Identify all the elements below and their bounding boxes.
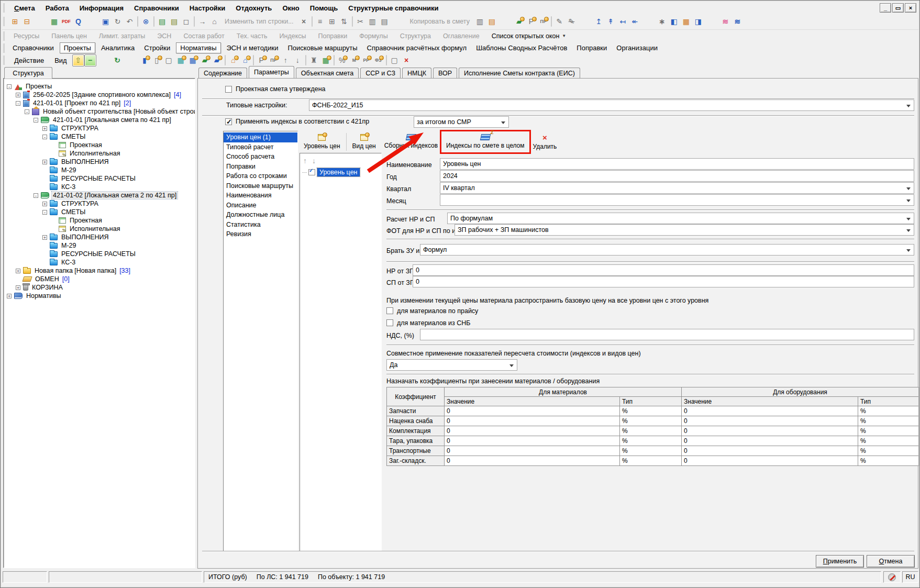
undo-icon[interactable]: ↶ xyxy=(124,16,136,28)
tree-item[interactable]: РЕСУРСНЫЕ РАСЧЕТЫ xyxy=(4,250,195,258)
tree-item[interactable]: Проектная xyxy=(4,216,195,225)
tree-expander[interactable]: - xyxy=(25,109,29,114)
nds-field[interactable] xyxy=(420,329,914,340)
tree-item[interactable]: + КОРЗИНА xyxy=(4,283,195,292)
cut-icon[interactable]: ✂ xyxy=(354,16,367,28)
tree-item[interactable]: + 256-02-2025 [Здание спортивного компле… xyxy=(4,91,195,99)
close-button[interactable]: × xyxy=(905,3,916,13)
tab-soderzhanie[interactable]: Содержание xyxy=(198,68,247,78)
tab-vor[interactable]: ВОР xyxy=(433,68,457,78)
nr-zpm-field[interactable]: 0 xyxy=(413,264,914,276)
menu-item[interactable]: Структурные справочники xyxy=(343,3,444,13)
category-price-levels[interactable]: Уровни цен (1) xyxy=(224,132,297,142)
m29-icon[interactable]: М xyxy=(348,54,360,66)
tree-item[interactable]: - Новый объект строительства [Новый объе… xyxy=(4,107,195,116)
copy-doc-icon[interactable]: ▥ xyxy=(474,16,486,28)
book-green-icon[interactable]: ▰ xyxy=(199,54,211,66)
rr-icon[interactable]: РР xyxy=(360,54,372,66)
tree-expander[interactable]: + xyxy=(16,269,20,273)
database-icon[interactable]: ≡ xyxy=(314,16,326,28)
materials-type-cell[interactable]: % xyxy=(620,456,682,466)
delete-button[interactable]: × Удалить xyxy=(529,132,561,152)
approved-checkbox[interactable] xyxy=(225,86,232,93)
category-officials[interactable]: Должностные лица xyxy=(224,210,297,220)
copy-stroyka-icon[interactable]: ▯ xyxy=(151,54,163,66)
cancel-button[interactable]: Отмена xyxy=(867,555,915,568)
tree-item[interactable]: КС-3 xyxy=(4,183,195,191)
indent-first-icon[interactable]: ↥ xyxy=(593,16,605,28)
language-indicator[interactable]: RU xyxy=(902,571,918,583)
category-revision[interactable]: Ревизия xyxy=(224,229,297,239)
tree-expander[interactable]: + xyxy=(42,235,47,240)
materials-value-cell[interactable]: 0 xyxy=(445,406,620,416)
tab-nmck[interactable]: НМЦК xyxy=(402,68,431,78)
category-corrections[interactable]: Поправки xyxy=(224,162,297,172)
unlock-icon[interactable]: ⊗ xyxy=(140,16,152,28)
menu-action[interactable]: Действие xyxy=(9,54,49,66)
equipment-value-cell[interactable]: 0 xyxy=(682,446,858,456)
tree-item[interactable]: - 421-01-01 [Локальная смета по 421 пр] xyxy=(4,116,195,124)
house-copy-icon[interactable]: ⌂ xyxy=(239,54,251,66)
equipment-type-cell[interactable]: % xyxy=(858,446,919,456)
sp-zpm-field[interactable]: 0 xyxy=(413,276,914,287)
tree-expander[interactable]: - xyxy=(42,210,47,215)
joint-application-combo[interactable]: Да xyxy=(386,359,517,371)
tree-item[interactable]: Проектная xyxy=(4,141,195,149)
tree-expander[interactable]: - xyxy=(16,101,20,106)
tree-item[interactable]: РЕСУРСНЫЕ РАСЧЕТЫ xyxy=(4,174,195,183)
materials-value-cell[interactable]: 0 xyxy=(445,456,620,466)
move-down-icon[interactable]: ↓ xyxy=(292,54,304,66)
tab-parametry[interactable]: Параметры xyxy=(249,66,294,78)
materials-snb-checkbox[interactable] xyxy=(386,319,393,326)
fz-icon[interactable]: ФЗ xyxy=(372,54,384,66)
doc-gray-icon[interactable]: ▢ xyxy=(163,54,175,66)
doc-new-icon[interactable]: ▢ xyxy=(389,54,401,66)
equipment-value-cell[interactable]: 0 xyxy=(682,406,858,416)
table-settings-icon[interactable]: ▦ xyxy=(320,54,332,66)
safe-open-icon[interactable]: ▤ xyxy=(156,16,168,28)
menu-item[interactable]: Смета xyxy=(9,3,40,13)
copy-icon[interactable]: ▥ xyxy=(367,16,379,28)
tree-item[interactable]: + ВЫПОЛНЕНИЯ xyxy=(4,158,195,166)
save-icon[interactable]: ▣ xyxy=(99,16,112,28)
price-view-button[interactable]: Вид цен xyxy=(348,132,380,152)
tree-item[interactable]: Исполнительная xyxy=(4,149,195,158)
tree-item[interactable]: + Нормативы xyxy=(4,292,195,300)
tree-item[interactable]: КС-3 xyxy=(4,258,195,267)
menu-item[interactable]: Информация xyxy=(74,3,129,13)
tree-item[interactable]: - СМЕТЫ xyxy=(4,208,195,216)
move-level-up-icon[interactable]: ↑ xyxy=(303,157,307,165)
layers-blue-icon[interactable]: ≋ xyxy=(731,16,744,28)
move-level-down-icon[interactable]: ↓ xyxy=(312,157,316,165)
tab-eis[interactable]: Исполнение Сметы контракта (ЕИС) xyxy=(459,68,580,78)
materials-type-cell[interactable]: % xyxy=(620,446,682,456)
refresh-icon[interactable]: ↻ xyxy=(112,54,124,66)
structure-tree-icon[interactable]: ⊞ xyxy=(9,16,21,28)
apply-button[interactable]: Применить xyxy=(816,555,864,568)
safe-close-icon[interactable]: ▤ xyxy=(168,16,180,28)
tree-expander[interactable]: - xyxy=(42,135,47,139)
tree-expander[interactable]: + xyxy=(42,126,47,131)
price-level-item[interactable]: Уровень цен xyxy=(317,168,360,176)
add-estimate-icon[interactable]: ▦ xyxy=(175,54,187,66)
materials-value-cell[interactable]: 0 xyxy=(445,446,620,456)
equipment-type-cell[interactable]: % xyxy=(858,426,919,436)
tree-expander[interactable]: + xyxy=(42,160,47,164)
tree-item[interactable]: + СТРУКТУРА xyxy=(4,124,195,132)
percent-icon[interactable]: % xyxy=(336,54,348,66)
tree-item[interactable]: - 421-01-01 [Проект по 421 пр] [2] xyxy=(4,99,195,107)
tab-proekty[interactable]: Проекты xyxy=(60,42,95,53)
row-edit-icon[interactable]: ✎ xyxy=(553,16,566,28)
resources-icon[interactable]: ∗ xyxy=(656,16,668,28)
tree-item[interactable]: М-29 xyxy=(4,166,195,174)
equipment-value-cell[interactable]: 0 xyxy=(682,416,858,426)
tree-item[interactable]: + СТРУКТУРА xyxy=(4,199,195,208)
tab-esn-metodiki[interactable]: ЭСН и методики xyxy=(223,43,282,53)
price-level-button[interactable]: Уровень цен xyxy=(300,132,345,152)
tree-expander[interactable]: + xyxy=(16,93,20,97)
send-icon[interactable]: → xyxy=(196,16,208,28)
menu-item[interactable]: Работа xyxy=(40,3,74,13)
equipment-type-cell[interactable]: % xyxy=(858,456,919,466)
folder-collapse-icon[interactable]: − xyxy=(84,54,96,66)
tree-expander[interactable]: - xyxy=(34,193,38,198)
